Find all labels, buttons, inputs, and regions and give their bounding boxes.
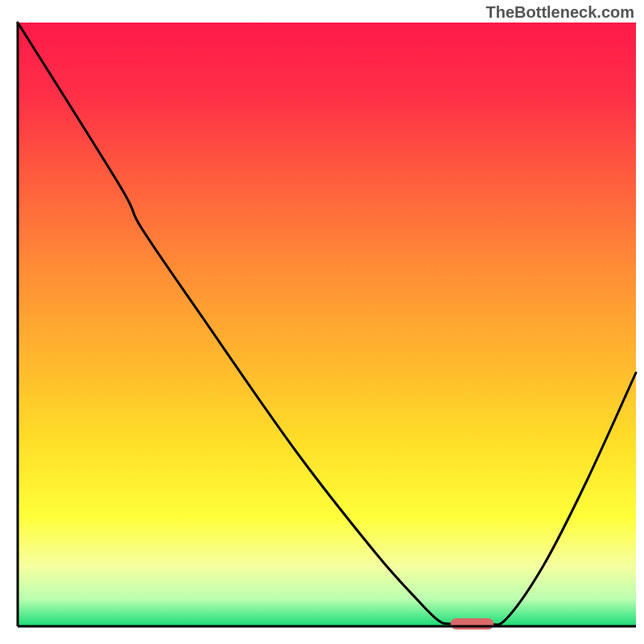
watermark-text: TheBottleneck.com	[486, 3, 634, 22]
bottleneck-chart	[0, 0, 644, 644]
optimal-range-marker	[451, 618, 494, 630]
chart-background	[18, 23, 636, 626]
chart-svg	[0, 0, 644, 644]
